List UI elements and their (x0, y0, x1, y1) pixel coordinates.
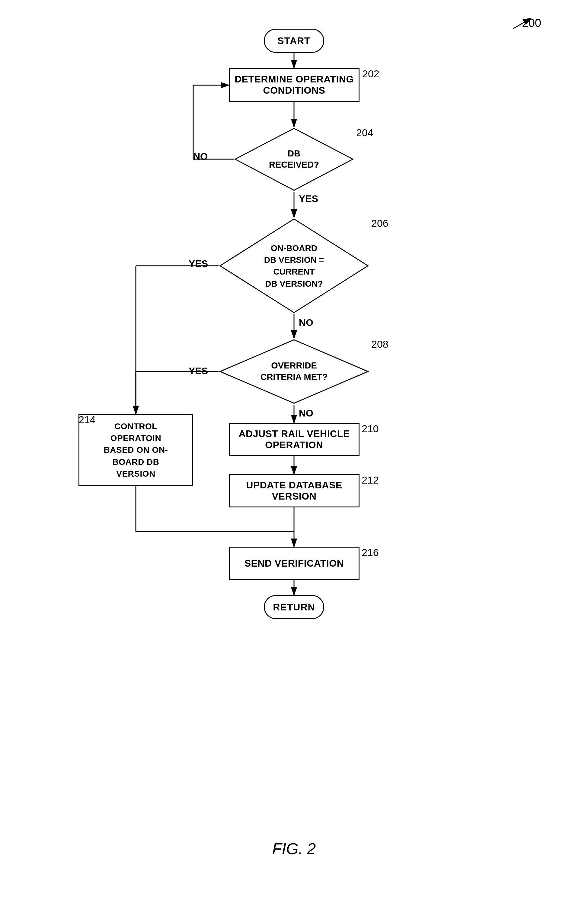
ref-208: 208 (371, 338, 388, 350)
flow-label-204-yes: YES (299, 193, 318, 205)
flow-label-206-yes: YES (189, 258, 208, 269)
figure-title: FIG. 2 (272, 840, 316, 858)
ref-214: 214 (78, 414, 96, 426)
decision-206: ON-BOARDDB VERSION =CURRENTDB VERSION? (219, 218, 369, 314)
flow-label-206-no: NO (299, 317, 313, 328)
flowchart-diagram: START DETERMINE OPERATING CONDITIONS 202… (0, 0, 588, 876)
decision-204: DB RECEIVED? (233, 127, 355, 192)
decision-208: OVERRIDECRITERIA MET? (219, 338, 369, 405)
process-214: CONTROLOPERATOINBASED ON ON-BOARD DBVERS… (78, 414, 193, 486)
ref-202: 202 (362, 68, 379, 80)
svg-marker-20 (235, 128, 353, 190)
flow-label-208-yes: YES (189, 365, 208, 377)
start-terminal: START (264, 29, 324, 53)
ref-204: 204 (356, 127, 373, 139)
svg-marker-22 (220, 340, 368, 403)
flow-label-204-no: NO (193, 151, 208, 162)
ref-206: 206 (371, 218, 388, 229)
process-216: SEND VERIFICATION (229, 546, 360, 580)
figure-ref-number: 200 (522, 17, 541, 30)
ref-210: 210 (362, 423, 379, 434)
flow-label-208-no: NO (299, 408, 313, 419)
process-202: DETERMINE OPERATING CONDITIONS (229, 68, 360, 102)
ref-212: 212 (362, 474, 379, 486)
return-terminal: RETURN (264, 595, 324, 619)
process-210: ADJUST RAIL VEHICLE OPERATION (229, 423, 360, 456)
process-212: UPDATE DATABASE VERSION (229, 474, 360, 507)
svg-marker-21 (220, 219, 368, 312)
ref-216: 216 (362, 546, 379, 558)
